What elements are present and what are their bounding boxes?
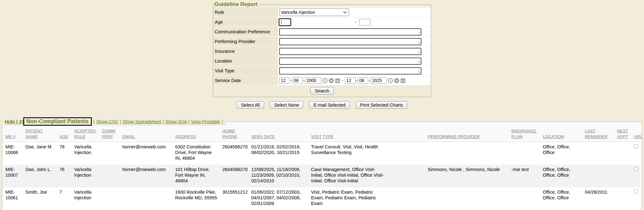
rule-select[interactable]: Varicella Injection (279, 8, 349, 16)
service-date-from-day[interactable] (292, 77, 303, 84)
cell-scripted-rule: Varicella Injection (72, 165, 99, 187)
cell-email: horner@mieweb.com (120, 142, 173, 165)
insurance-input[interactable] (279, 48, 421, 55)
cell-visit-type: Travel Consult, Visit, Visit, Health Sur… (308, 142, 425, 165)
show-spreadsheet-link[interactable]: Show Spreadsheet (123, 119, 161, 124)
cell-email: horner@mieweb.com (120, 165, 173, 187)
location-label: Location (213, 56, 278, 66)
resize-grip-icon[interactable] (418, 32, 420, 34)
select-none-button[interactable]: Select None (270, 101, 303, 109)
actions-row: Select All Select None E-mail Selected P… (0, 101, 644, 109)
search-button[interactable]: Search (310, 87, 334, 95)
cell-last-reminder: 04/28/2011 (582, 187, 614, 210)
table-header-row: MR # PATIENTNAME AGE SCRIPTEDRULE COMMPR… (3, 126, 640, 142)
age-to-input[interactable] (359, 19, 370, 25)
results-title: Non-Compliant Patients (23, 117, 92, 126)
guideline-report-panel: Guideline Report Rule Varicella Injectio… (213, 1, 431, 97)
col-location: LOCATION (540, 126, 582, 142)
sort-mr[interactable]: MR # (5, 134, 20, 140)
cell-location: Office, Office, Office, Office (540, 165, 582, 187)
insurance-label: Insurance (213, 47, 278, 56)
cell-serv-date: 12/08/2025, 11/18/2009, 11/23/2009, 02/1… (249, 165, 308, 187)
non-compliant-patients-table: MR # PATIENTNAME AGE SCRIPTEDRULE COMMPR… (3, 126, 640, 210)
age-label: Age (213, 17, 278, 27)
sort-scripted-rule[interactable]: RULE (74, 134, 97, 140)
service-date-to-day[interactable] (358, 77, 368, 84)
service-date-to-year[interactable] (370, 77, 387, 84)
cell-serv-date: 01/06/2022, 07/12/2003, 04/01/2007, 04/0… (249, 187, 308, 210)
col-last-reminder: LASTREMINDER (582, 126, 614, 142)
cell-insurance-plan: -mie test (509, 165, 540, 187)
sort-performing-provider[interactable]: PERFORMING PROVIDER (428, 134, 506, 140)
visit-type-row: Visit Type (213, 66, 431, 76)
location-input[interactable] (279, 58, 421, 65)
visit-type-input[interactable] (279, 67, 421, 75)
sort-address[interactable]: ADDRESS (175, 134, 217, 140)
cell-mr: MIE-10061 (3, 187, 23, 210)
email-selected-button[interactable]: E-mail Selected (309, 101, 350, 109)
location-row: Location (213, 56, 431, 66)
results-panel: Hide ( 31 ) Non-Compliant Patients | Sho… (2, 117, 642, 210)
cell-performing-provider: Simmons, Nicole , Simmons, Nicole (425, 165, 509, 187)
resize-grip-icon[interactable] (418, 51, 420, 54)
col-age: AGE (57, 126, 72, 142)
visit-type-label: Visit Type (213, 66, 278, 76)
table-row: MIE-10007 Doe, John L. 76 Varicella Inje… (3, 165, 640, 187)
resize-grip-icon[interactable] (418, 71, 420, 73)
cell-comm-pref (99, 142, 120, 165)
col-address: ADDRESS (173, 126, 220, 142)
clock-icon[interactable] (388, 78, 393, 83)
col-visit-type: VISIT TYPE (308, 126, 425, 142)
cell-age: 76 (57, 165, 72, 187)
communication-preference-input[interactable] (279, 28, 421, 36)
service-date-from-year[interactable] (305, 77, 321, 84)
cell-visit-type: Visit, Pediatric Exam, Pediatric Exam, P… (308, 187, 425, 210)
service-date-row: Service Date - - - - - (213, 76, 431, 86)
sort-serv-date[interactable]: SERV DATE (251, 134, 306, 140)
sort-comm-pref[interactable]: PREF (102, 134, 117, 140)
sort-email[interactable]: EMAIL (122, 134, 170, 140)
sort-age[interactable]: AGE (59, 134, 69, 140)
text-caret (281, 20, 281, 25)
sort-url[interactable]: URL (634, 134, 637, 140)
view-printable-link[interactable]: View Printable (191, 119, 220, 124)
sort-insurance-plan[interactable]: PLAN (511, 134, 538, 140)
row-select-checkbox[interactable] (634, 190, 638, 194)
row-select-checkbox[interactable] (634, 144, 638, 148)
sort-visit-type[interactable]: VISIT TYPE (311, 134, 423, 140)
communication-preference-row: Communication Preference (213, 27, 431, 37)
sort-home-phone[interactable]: PHONE (222, 134, 246, 140)
print-selected-charts-button[interactable]: Print Selected Charts (356, 101, 408, 109)
cell-location: Office, Office, Office, Office (540, 187, 582, 210)
service-date-from-month[interactable] (279, 77, 290, 84)
cell-last-reminder (582, 165, 614, 187)
cell-scripted-rule: Varicella Injection (72, 142, 99, 165)
cell-url (631, 142, 640, 165)
calendar-icon[interactable] (335, 78, 340, 83)
sort-location[interactable]: LOCATION (543, 134, 580, 140)
service-date-to-month[interactable] (345, 77, 356, 84)
guideline-report-title: Guideline Report (214, 1, 259, 8)
cell-home-phone: 3015551212 (220, 187, 249, 210)
rule-row: Rule Varicella Injection (213, 8, 431, 17)
cell-insurance-plan (509, 142, 540, 165)
sort-last-reminder[interactable]: REMINDER (585, 134, 612, 140)
performing-provider-input[interactable] (279, 38, 421, 45)
show-csv-link[interactable]: Show CSV (96, 119, 118, 124)
clear-icon[interactable] (329, 78, 334, 83)
calendar-icon[interactable] (400, 78, 406, 83)
cell-home-phone: 2604596270 (220, 142, 249, 165)
clock-icon[interactable] (322, 78, 328, 83)
resize-grip-icon[interactable] (418, 61, 420, 64)
sort-patient-name[interactable]: NAME (25, 134, 54, 140)
cell-address: 1600 Rockville Pike, Rockville MD, 55555 (173, 187, 220, 210)
communication-preference-label: Communication Preference (213, 27, 278, 37)
select-all-button[interactable]: Select All (236, 101, 264, 109)
clear-icon[interactable] (394, 78, 399, 83)
col-scripted-rule: SCRIPTEDRULE (72, 126, 99, 142)
sort-next-appt[interactable]: APPT (617, 134, 629, 140)
show-grid-link[interactable]: Show Grid (165, 119, 187, 124)
resize-grip-icon[interactable] (418, 41, 420, 44)
cell-visit-type: Case Management, Office Visit-Initial, O… (308, 165, 425, 187)
row-select-checkbox[interactable] (634, 167, 638, 171)
